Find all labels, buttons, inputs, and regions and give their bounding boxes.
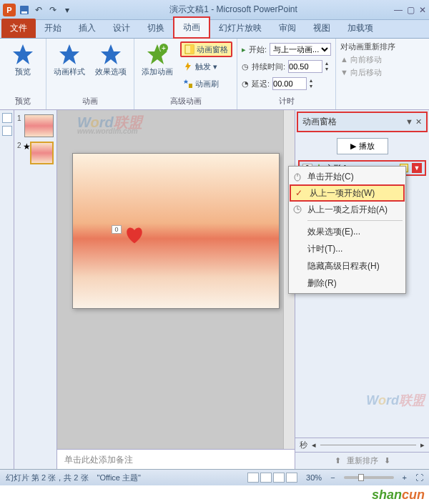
trigger-button[interactable]: 触发 ▾ [180, 59, 232, 74]
title-bar: P ↶ ↷ ▾ 演示文稿1 - Microsoft PowerPoint — ▢… [0, 0, 429, 20]
svg-marker-11 [184, 79, 188, 84]
close-icon[interactable]: ✕ [419, 5, 426, 15]
svg-rect-9 [190, 45, 194, 54]
reorder-up-icon[interactable]: ⬆ [335, 456, 341, 465]
tab-animations[interactable]: 动画 [173, 16, 210, 39]
effect-options-button[interactable]: 效果选项 [92, 41, 129, 76]
maximize-icon[interactable]: ▢ [407, 5, 415, 15]
slide-editor: 0 WordWord联盟联盟 www.wordlm.com 单击此处添加备注 [57, 110, 295, 469]
delay-icon: ◔ [242, 79, 249, 89]
item-dropdown-icon[interactable]: ▼ [412, 163, 422, 173]
zoom-level[interactable]: 30% [306, 473, 322, 482]
tab-review[interactable]: 审阅 [270, 19, 305, 38]
thumb-slide [30, 142, 54, 164]
star-icon [99, 43, 122, 66]
tab-insert[interactable]: 插入 [70, 19, 104, 38]
ribbon-group-preview: 预览 预览 [0, 39, 46, 109]
ribbon-group-advanced: + 添加动画 动画窗格 触发 ▾ 动画刷 高级动画 [134, 39, 237, 109]
move-later-button[interactable]: ▼ 向后移动 [340, 67, 382, 78]
thumbnail-panel: 1 2 ★ [14, 110, 57, 469]
ctx-effect-options[interactable]: 效果选项(E)... [289, 223, 405, 240]
star-icon [11, 43, 34, 66]
start-label: 开始: [249, 44, 267, 55]
view-buttons [247, 473, 297, 483]
play-button[interactable]: ▶ 播放 [337, 138, 388, 154]
svg-marker-2 [13, 44, 33, 64]
zoom-thumb[interactable] [358, 474, 364, 481]
thumb-slide [24, 114, 54, 137]
minimize-icon[interactable]: — [394, 5, 403, 15]
tab-transitions[interactable]: 切换 [139, 19, 173, 38]
preview-button[interactable]: 预览 [4, 41, 41, 76]
tab-file[interactable]: 文件 [1, 19, 36, 38]
ctx-remove[interactable]: 删除(R) [289, 275, 405, 292]
ctx-start-on-click[interactable]: 单击开始(C) [289, 168, 405, 185]
slide-canvas[interactable]: 0 [72, 153, 280, 309]
slideshow-view-icon[interactable] [286, 473, 297, 483]
ribbon-group-timing: ▸ 开始: 与上一动画... ◷ 持续时间: ▴▾ ◔ 延迟: ▴▾ 计时 [237, 39, 336, 109]
animation-painter-button[interactable]: 动画刷 [180, 76, 232, 92]
tab-design[interactable]: 设计 [104, 19, 139, 38]
qat-dropdown-icon[interactable]: ▾ [61, 4, 73, 16]
animation-indicator-icon: ★ [23, 142, 29, 147]
timeline-footer: 秒 ◂ ▸ [295, 438, 429, 452]
slides-tab-icon[interactable] [2, 113, 12, 123]
pane-icon [184, 44, 194, 54]
zoom-in-icon[interactable]: + [403, 473, 407, 482]
ribbon-tabs: 文件 开始 插入 设计 切换 动画 幻灯片放映 审阅 视图 加载项 [0, 20, 429, 39]
reading-view-icon[interactable] [273, 473, 285, 483]
animation-pane-title: 动画窗格 ▼ ✕ [297, 112, 428, 132]
ctx-start-after-previous[interactable]: 从上一项之后开始(A) [289, 201, 405, 218]
context-menu: 单击开始(C) 从上一项开始(W) 从上一项之后开始(A) 效果选项(E)...… [288, 166, 406, 294]
ctx-hide-timeline[interactable]: 隐藏高级日程表(H) [289, 257, 405, 275]
tab-slideshow[interactable]: 幻灯片放映 [210, 19, 270, 38]
ribbon-group-animation: 动画样式 效果选项 动画 [46, 39, 134, 109]
thumbnail-2[interactable]: 2 ★ [17, 142, 54, 164]
fit-icon[interactable]: ⛶ [415, 473, 423, 482]
redo-icon[interactable]: ↷ [47, 4, 59, 16]
clock-icon: ◷ [242, 62, 249, 71]
tab-home[interactable]: 开始 [36, 19, 70, 38]
start-select[interactable]: 与上一动画... [270, 43, 331, 56]
ctx-start-with-previous[interactable]: 从上一项开始(W) [290, 184, 405, 202]
add-animation-button[interactable]: + 添加动画 [139, 41, 176, 76]
undo-icon[interactable]: ↶ [33, 4, 44, 16]
sorter-view-icon[interactable] [260, 473, 272, 483]
reorder-down-icon[interactable]: ⬇ [384, 456, 390, 465]
star-icon [58, 43, 81, 66]
timeline-prev-icon[interactable]: ◂ [312, 440, 316, 450]
svg-marker-4 [101, 44, 121, 64]
zoom-slider[interactable] [344, 476, 394, 479]
thumbnail-1[interactable]: 1 [17, 114, 54, 137]
timeline-next-icon[interactable]: ▸ [420, 440, 425, 450]
move-earlier-button[interactable]: ▲ 向前移动 [340, 54, 382, 65]
delay-input[interactable] [272, 77, 307, 90]
ctx-timing[interactable]: 计时(T)... [289, 240, 405, 257]
notes-pane[interactable]: 单击此处添加备注 [57, 449, 295, 469]
animation-pane-button[interactable]: 动画窗格 [180, 41, 232, 57]
ribbon: 预览 预览 动画样式 效果选项 动画 + 添加动画 [0, 39, 429, 110]
pane-dropdown-icon[interactable]: ▼ ✕ [405, 117, 422, 127]
heart-shape[interactable] [124, 225, 144, 244]
svg-rect-1 [21, 11, 27, 14]
duration-input[interactable] [288, 60, 322, 73]
window-controls: — ▢ ✕ [394, 5, 426, 15]
outline-tab-icon[interactable] [2, 126, 12, 136]
delay-label: 延迟: [252, 79, 270, 89]
clock-icon [292, 204, 302, 214]
svg-marker-3 [59, 44, 79, 64]
zoom-out-icon[interactable]: − [330, 473, 335, 482]
brush-icon [183, 79, 193, 89]
canvas-area[interactable]: 0 WordWord联盟联盟 www.wordlm.com [57, 110, 295, 449]
play-icon: ▸ [242, 45, 246, 54]
duration-label: 持续时间: [252, 61, 285, 72]
tab-addins[interactable]: 加载项 [339, 19, 382, 38]
normal-view-icon[interactable] [247, 473, 259, 483]
save-icon[interactable] [19, 4, 30, 16]
spinner-icon[interactable]: ▴▾ [325, 61, 328, 72]
spinner-icon[interactable]: ▴▾ [310, 78, 312, 89]
animation-tag[interactable]: 0 [112, 225, 122, 234]
animation-styles-button[interactable]: 动画样式 [51, 41, 88, 76]
tab-view[interactable]: 视图 [305, 19, 339, 38]
reorder-title: 对动画重新排序 [340, 41, 395, 52]
